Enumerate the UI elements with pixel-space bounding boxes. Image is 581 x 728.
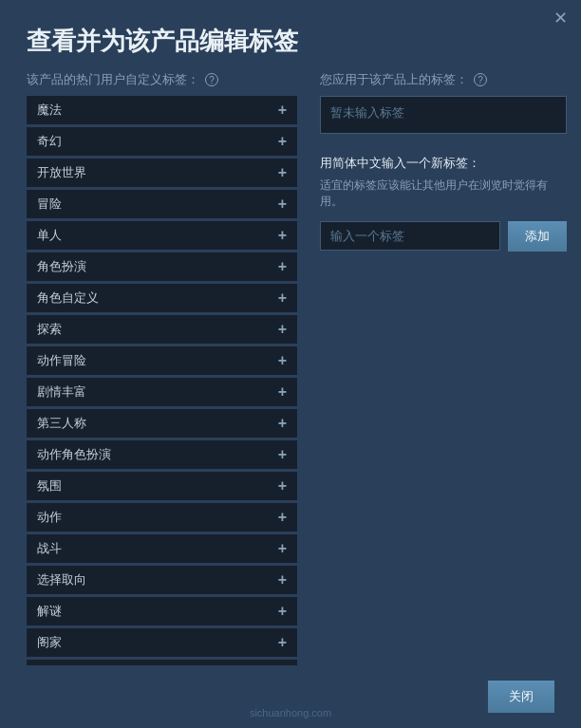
tag-name: 冒险 — [37, 196, 62, 213]
tag-item[interactable]: 氛围+ — [27, 472, 297, 500]
tag-item[interactable]: 冒险+ — [27, 190, 297, 218]
tag-name: 奇幻 — [37, 133, 62, 150]
tag-plus-icon: + — [278, 540, 287, 557]
right-help-icon[interactable]: ? — [474, 73, 487, 86]
tag-item[interactable]: 探索+ — [27, 315, 297, 344]
tag-item[interactable]: 战斗+ — [27, 534, 297, 563]
watermark: sichuanhong.com — [250, 707, 331, 719]
tag-item[interactable]: 解谜+ — [27, 597, 297, 625]
tag-plus-icon: + — [278, 164, 287, 181]
tag-name: 氛围 — [37, 477, 62, 495]
tag-name: 战斗 — [37, 540, 62, 557]
tag-plus-icon: + — [278, 571, 287, 588]
tag-name: 角色自定义 — [37, 289, 99, 307]
tag-item[interactable]: 剧情丰富+ — [27, 378, 297, 406]
tag-item[interactable]: 角色自定义+ — [27, 284, 297, 312]
right-panel: 您应用于该产品上的标签： ? 暂未输入标签 用简体中文输入一个新标签： 适宜的标… — [320, 71, 567, 665]
tag-plus-icon: + — [278, 634, 287, 651]
tag-plus-icon: + — [278, 258, 287, 275]
tag-item[interactable]: 单人+ — [27, 221, 297, 250]
tag-item[interactable]: 角色扮演+ — [27, 252, 297, 281]
applied-tags-placeholder: 暂未输入标签 — [330, 105, 404, 120]
left-panel: 该产品的热门用户自定义标签： ? 魔法+奇幻+开放世界+冒险+单人+角色扮演+角… — [27, 71, 297, 665]
applied-section: 您应用于该产品上的标签： ? 暂未输入标签 — [320, 71, 567, 134]
content-area: 该产品的热门用户自定义标签： ? 魔法+奇幻+开放世界+冒险+单人+角色扮演+角… — [0, 71, 581, 665]
tag-plus-icon: + — [278, 196, 287, 213]
tag-name: 动作冒险 — [37, 352, 86, 369]
new-tag-input-row: 添加 — [320, 221, 567, 252]
tag-item[interactable]: 阁家+ — [27, 628, 297, 657]
tag-item[interactable]: 开放世界+ — [27, 159, 297, 187]
left-help-icon[interactable]: ? — [205, 73, 218, 86]
tag-name: 选择取向 — [37, 571, 86, 588]
tag-item[interactable]: 第三人称+ — [27, 409, 297, 438]
tag-name: 探索 — [37, 321, 62, 338]
tag-name: 解谜 — [37, 603, 62, 620]
tag-plus-icon: + — [278, 446, 287, 463]
tag-plus-icon: + — [278, 415, 287, 432]
new-tag-hint: 适宜的标签应该能让其他用户在浏览时觉得有用。 — [320, 177, 567, 210]
tag-name: 单人 — [37, 227, 62, 244]
tag-item[interactable]: 动作+ — [27, 503, 297, 532]
tag-plus-icon: + — [278, 102, 287, 119]
tag-name: 第三人称 — [37, 415, 86, 432]
tag-item[interactable]: 动作角色扮演+ — [27, 440, 297, 469]
new-tag-input[interactable] — [320, 221, 500, 251]
tag-name: 魔法 — [37, 102, 62, 119]
tag-plus-icon: + — [278, 509, 287, 526]
dialog-container: ✕ 查看并为该产品编辑标签 该产品的热门用户自定义标签： ? 魔法+奇幻+开放世… — [0, 0, 581, 728]
tag-plus-icon: + — [278, 383, 287, 401]
tag-plus-icon: + — [278, 321, 287, 338]
left-section-label: 该产品的热门用户自定义标签： ? — [27, 71, 297, 88]
tag-item[interactable]: 魔法+ — [27, 96, 297, 124]
dialog-title: 查看并为该产品编辑标签 — [0, 0, 581, 71]
tag-plus-icon: + — [278, 477, 287, 495]
tag-plus-icon: + — [278, 289, 287, 307]
tag-plus-icon: + — [278, 603, 287, 620]
applied-label: 您应用于该产品上的标签： ? — [320, 71, 567, 88]
tag-name: 动作角色扮演 — [37, 446, 111, 463]
tag-plus-icon: + — [278, 352, 287, 369]
tag-plus-icon: + — [278, 227, 287, 244]
tag-name: 开放世界 — [37, 164, 86, 181]
tag-name: 角色扮演 — [37, 258, 86, 275]
tag-name: 动作 — [37, 509, 62, 526]
add-tag-button[interactable]: 添加 — [508, 221, 567, 252]
tags-list: 魔法+奇幻+开放世界+冒险+单人+角色扮演+角色自定义+探索+动作冒险+剧情丰富… — [27, 96, 297, 665]
new-tag-section: 用简体中文输入一个新标签： 适宜的标签应该能让其他用户在浏览时觉得有用。 添加 — [320, 155, 567, 252]
close-x-button[interactable]: ✕ — [553, 9, 568, 27]
tag-item[interactable]: 动作冒险+ — [27, 346, 297, 375]
footer: 关闭 — [0, 665, 581, 728]
applied-tags-box: 暂未输入标签 — [320, 96, 567, 134]
tag-item[interactable]: 奇幻+ — [27, 127, 297, 156]
tag-item[interactable]: 选择取向+ — [27, 566, 297, 594]
tag-plus-icon: + — [278, 133, 287, 150]
tag-name: 剧情丰富 — [37, 383, 86, 401]
close-dialog-button[interactable]: 关闭 — [488, 681, 554, 713]
new-tag-label: 用简体中文输入一个新标签： — [320, 155, 567, 172]
tag-name: 阁家 — [37, 634, 62, 651]
